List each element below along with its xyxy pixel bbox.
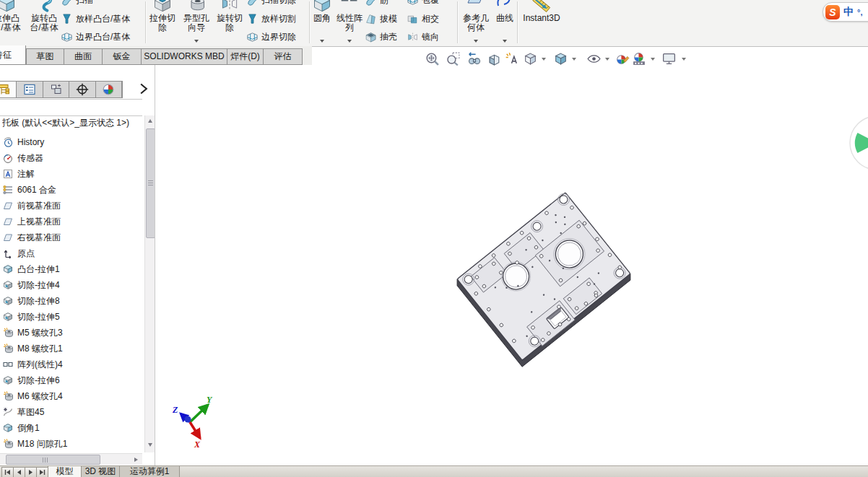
tree-item-material[interactable]: 6061 合金 [2,182,142,198]
panel-splitter[interactable] [155,65,155,465]
linear-pattern-dropdown-caret[interactable] [347,40,352,43]
tree-root-part[interactable]: 托板 (默认<<默认>_显示状态 1>) [2,117,141,129]
edge-widget-partial[interactable] [850,116,868,170]
zoom-to-fit-icon[interactable] [425,51,440,66]
section-view-icon[interactable] [487,51,502,66]
view-orientation-icon[interactable] [523,51,538,66]
tree-item-cut-extrude8[interactable]: 切除-拉伸8 [2,293,142,309]
tree-item-sketch45[interactable]: 草图45 [2,404,142,420]
rib-button[interactable]: 筋 [365,0,405,8]
ime-punctuation-indicator[interactable]: °, [857,8,862,17]
motion-study-tab[interactable]: 运动算例1 [119,466,180,477]
model-canvas[interactable]: X Y Z [156,65,868,465]
last-view-button[interactable] [36,467,48,477]
view-orientation-caret[interactable] [542,58,546,61]
view-annotations-icon[interactable] [504,51,519,66]
fillet-button[interactable]: 圆角 [310,0,334,46]
zoom-to-area-icon[interactable] [446,51,461,66]
tab-sheet-metal[interactable]: 钣金 [102,48,142,65]
apply-scene-caret[interactable] [651,58,655,61]
extrude-cut-button[interactable]: 拉伸切除 [147,0,178,46]
scroll-up-button[interactable] [145,115,155,126]
wrap-button[interactable]: 包覆 [407,0,454,8]
view-settings-caret[interactable] [682,58,686,61]
curves-dropdown-caret[interactable] [503,40,507,43]
ime-bar[interactable]: S 中 °, [823,2,868,22]
ime-mode-indicator[interactable]: 中 [843,6,854,19]
tree-horizontal-scrollbar[interactable] [0,453,142,465]
horizontal-scroll-thumb[interactable] [6,455,100,465]
tree-item-linear-pattern4[interactable]: 阵列(线性)4 [2,356,142,372]
tree-item-right-plane[interactable]: 右视基准面 [2,229,142,245]
panel-tab-dimxpert[interactable] [69,82,95,97]
draft-button[interactable]: 拔模 [365,11,405,27]
tree-item-chamfer1[interactable]: 倒角1 [2,420,142,436]
intersect-button[interactable]: 相交 [407,11,454,27]
tree-item-history[interactable]: History [2,134,142,150]
hole-wizard-button[interactable]: 异型孔向导 [180,0,213,46]
previous-view-icon[interactable] [466,51,482,66]
panel-tab-configurationmanager[interactable] [43,82,69,97]
tree-item-m18-clearance-hole1[interactable]: M18 间隙孔1 [2,436,142,452]
revolve-boss-button[interactable]: 旋转凸台/基体 [27,0,61,46]
tree-item-m5-tapped-hole3[interactable]: M5 螺纹孔3 [2,325,142,341]
linear-pattern-button[interactable]: 线性阵列 [335,0,364,46]
scroll-down-button[interactable] [145,439,155,450]
curves-button[interactable]: 曲线 [493,0,516,46]
boundary-cut-button[interactable]: 边界切除 [246,29,308,45]
tree-item-sensors[interactable]: 传感器 [2,150,142,166]
boundary-boss-button[interactable]: 边界凸台/基体 [61,29,144,45]
instant3d-button[interactable]: Instant3D [518,0,565,46]
extrude-boss-button[interactable]: 拉伸凸台/基体 [0,0,23,46]
tree-vertical-scrollbar[interactable] [144,115,155,452]
tab-sketch[interactable]: 草图 [26,48,64,65]
next-view-button[interactable] [25,467,37,477]
3d-views-tab[interactable]: 3D 视图 [81,466,120,477]
mirror-button[interactable]: 镜向 [407,29,454,45]
tree-item-cut-extrude4[interactable]: 切除-拉伸4 [2,277,142,293]
sogou-logo-icon[interactable]: S [825,5,840,19]
tree-filter-box[interactable] [0,99,142,116]
display-style-icon[interactable] [553,51,568,66]
sweep-cut-button[interactable]: 扫描切除 [246,0,308,8]
shell-button[interactable]: 抽壳 [365,29,405,45]
tab-surfaces[interactable]: 曲面 [64,48,103,65]
first-view-button[interactable] [1,467,14,477]
view-settings-icon[interactable] [661,51,677,66]
tree-item-m6-tapped-hole4[interactable]: M6 螺纹孔4 [2,388,142,404]
tree-item-boss-extrude1[interactable]: 凸台-拉伸1 [2,261,142,277]
tree-item-origin[interactable]: 原点 [2,245,142,261]
panel-tab-displaymanager[interactable] [96,82,122,97]
previous-view-button[interactable] [13,467,25,477]
tree-item-cut-extrude5[interactable]: 切除-拉伸5 [2,309,142,325]
hide-show-items-icon[interactable] [586,51,602,66]
apply-scene-icon[interactable] [632,51,647,66]
panel-tab-featuremanager[interactable] [0,82,17,97]
hide-show-items-caret[interactable] [605,58,609,61]
fillet-dropdown-caret[interactable] [320,40,324,43]
reference-geometry-button[interactable]: 参考几何体 [459,0,492,46]
edit-appearance-icon[interactable] [615,51,630,66]
revolve-cut-button[interactable]: 旋转切除 [214,0,245,46]
graphics-viewport[interactable]: X Y Z [156,65,868,465]
tab-solidworks-mbd[interactable]: SOLIDWORKS MBD [141,48,227,65]
part-plate[interactable] [456,191,631,362]
tree-item-cut-extrude6[interactable]: 切除-拉伸6 [2,372,142,388]
tab-evaluate[interactable]: 评估 [263,48,303,65]
tree-item-top-plane[interactable]: 上视基准面 [2,214,142,229]
sweep-boss-button[interactable]: 扫描 [61,0,144,8]
panel-tab-propertymanager[interactable] [17,82,43,97]
scroll-right-button[interactable] [130,455,142,464]
reference-geometry-dropdown-caret[interactable] [474,40,478,43]
loft-boss-button[interactable]: 放样凸台/基体 [61,11,144,27]
display-style-caret[interactable] [572,58,576,61]
loft-cut-button[interactable]: 放样切割 [246,11,308,27]
tab-weldments[interactable]: 焊件(D) [227,48,264,65]
tree-item-m8-tapped-hole1[interactable]: M8 螺纹孔1 [2,341,142,356]
hole-wizard-dropdown-caret[interactable] [194,40,199,43]
tree-item-front-plane[interactable]: 前视基准面 [2,198,142,214]
tree-item-annotations[interactable]: 注解 [2,166,142,182]
tab-features[interactable]: 特征 [0,45,26,65]
panel-expand-chevron-icon[interactable] [137,82,150,95]
model-tab[interactable]: 模型 [48,466,82,477]
